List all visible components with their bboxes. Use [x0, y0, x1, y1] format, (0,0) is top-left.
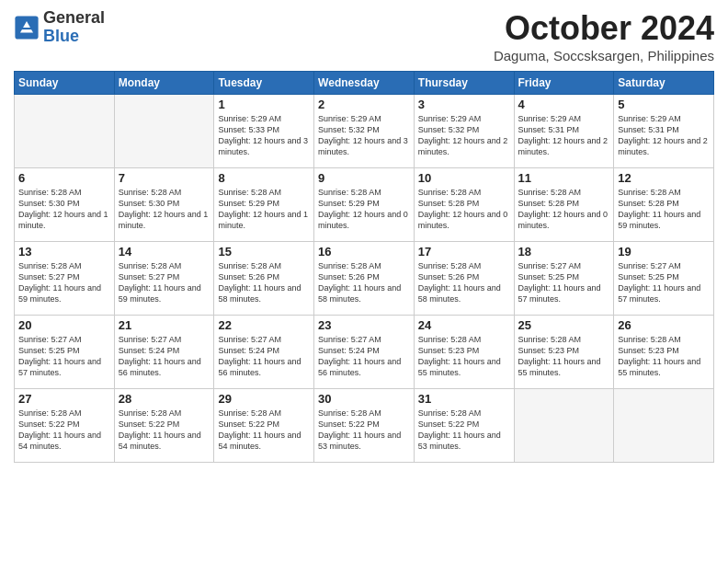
- day-number: 8: [218, 171, 310, 185]
- calendar-day-cell: [514, 389, 614, 463]
- day-number: 13: [18, 245, 110, 259]
- day-number: 19: [618, 245, 710, 259]
- day-number: 29: [218, 392, 310, 406]
- calendar-day-cell: 7Sunrise: 5:28 AMSunset: 5:30 PMDaylight…: [114, 168, 214, 242]
- calendar-week-row: 6Sunrise: 5:28 AMSunset: 5:30 PMDaylight…: [15, 168, 714, 242]
- calendar-day-cell: 1Sunrise: 5:29 AMSunset: 5:33 PMDaylight…: [214, 95, 314, 168]
- calendar-day-cell: 25Sunrise: 5:28 AMSunset: 5:23 PMDayligh…: [514, 316, 614, 389]
- calendar-day-cell: 28Sunrise: 5:28 AMSunset: 5:22 PMDayligh…: [114, 389, 214, 463]
- logo-blue: Blue: [43, 28, 105, 46]
- calendar-day-cell: 27Sunrise: 5:28 AMSunset: 5:22 PMDayligh…: [15, 389, 115, 463]
- page-header: General Blue October 2024 Daguma, Soccsk…: [14, 9, 714, 63]
- day-number: 20: [18, 318, 110, 332]
- day-number: 26: [618, 318, 710, 332]
- calendar-table: SundayMondayTuesdayWednesdayThursdayFrid…: [14, 71, 714, 463]
- day-number: 11: [518, 171, 610, 185]
- cell-info: Sunrise: 5:28 AMSunset: 5:22 PMDaylight:…: [218, 408, 310, 453]
- day-number: 24: [418, 318, 510, 332]
- day-number: 4: [518, 98, 610, 111]
- day-number: 28: [119, 392, 210, 406]
- month-title: October 2024: [494, 9, 714, 48]
- day-number: 9: [318, 171, 410, 185]
- day-number: 14: [119, 245, 210, 259]
- day-number: 30: [318, 392, 410, 406]
- day-number: 23: [318, 318, 410, 332]
- day-number: 10: [418, 171, 510, 185]
- title-section: October 2024 Daguma, Soccsksargen, Phili…: [494, 9, 714, 63]
- cell-info: Sunrise: 5:27 AMSunset: 5:24 PMDaylight:…: [218, 334, 310, 379]
- calendar-day-cell: [114, 95, 214, 168]
- cell-info: Sunrise: 5:28 AMSunset: 5:23 PMDaylight:…: [418, 334, 510, 379]
- weekday-header: Thursday: [414, 72, 514, 95]
- weekday-header: Sunday: [15, 72, 115, 95]
- calendar-day-cell: 4Sunrise: 5:29 AMSunset: 5:31 PMDaylight…: [514, 95, 614, 168]
- logo-general: General: [43, 9, 105, 28]
- calendar-day-cell: 29Sunrise: 5:28 AMSunset: 5:22 PMDayligh…: [214, 389, 314, 463]
- day-number: 21: [119, 318, 210, 332]
- calendar-day-cell: 16Sunrise: 5:28 AMSunset: 5:26 PMDayligh…: [314, 242, 415, 316]
- cell-info: Sunrise: 5:28 AMSunset: 5:28 PMDaylight:…: [618, 187, 710, 232]
- cell-info: Sunrise: 5:28 AMSunset: 5:26 PMDaylight:…: [418, 260, 510, 305]
- calendar-day-cell: 2Sunrise: 5:29 AMSunset: 5:32 PMDaylight…: [314, 95, 415, 168]
- calendar-day-cell: 10Sunrise: 5:28 AMSunset: 5:28 PMDayligh…: [414, 168, 514, 242]
- location-title: Daguma, Soccsksargen, Philippines: [494, 48, 714, 63]
- day-number: 27: [18, 392, 110, 406]
- calendar-day-cell: 20Sunrise: 5:27 AMSunset: 5:25 PMDayligh…: [15, 316, 115, 389]
- day-number: 5: [618, 98, 710, 111]
- cell-info: Sunrise: 5:28 AMSunset: 5:28 PMDaylight:…: [418, 187, 510, 232]
- cell-info: Sunrise: 5:27 AMSunset: 5:25 PMDaylight:…: [18, 334, 110, 379]
- calendar-day-cell: [15, 95, 115, 168]
- cell-info: Sunrise: 5:29 AMSunset: 5:32 PMDaylight:…: [418, 113, 510, 158]
- cell-info: Sunrise: 5:28 AMSunset: 5:26 PMDaylight:…: [318, 260, 410, 305]
- calendar-week-row: 1Sunrise: 5:29 AMSunset: 5:33 PMDaylight…: [15, 95, 714, 168]
- calendar-day-cell: 14Sunrise: 5:28 AMSunset: 5:27 PMDayligh…: [114, 242, 214, 316]
- logo: General Blue: [14, 9, 105, 46]
- calendar-day-cell: 19Sunrise: 5:27 AMSunset: 5:25 PMDayligh…: [614, 242, 714, 316]
- logo-text: General Blue: [43, 9, 105, 46]
- cell-info: Sunrise: 5:29 AMSunset: 5:31 PMDaylight:…: [618, 113, 710, 158]
- calendar-week-row: 13Sunrise: 5:28 AMSunset: 5:27 PMDayligh…: [15, 242, 714, 316]
- cell-info: Sunrise: 5:28 AMSunset: 5:23 PMDaylight:…: [518, 334, 610, 379]
- weekday-header: Wednesday: [314, 72, 415, 95]
- day-number: 3: [418, 98, 510, 111]
- logo-icon: [14, 15, 40, 40]
- cell-info: Sunrise: 5:28 AMSunset: 5:27 PMDaylight:…: [119, 260, 210, 305]
- calendar-day-cell: 3Sunrise: 5:29 AMSunset: 5:32 PMDaylight…: [414, 95, 514, 168]
- cell-info: Sunrise: 5:28 AMSunset: 5:27 PMDaylight:…: [18, 260, 110, 305]
- calendar-day-cell: 12Sunrise: 5:28 AMSunset: 5:28 PMDayligh…: [614, 168, 714, 242]
- calendar-day-cell: 18Sunrise: 5:27 AMSunset: 5:25 PMDayligh…: [514, 242, 614, 316]
- calendar-day-cell: 11Sunrise: 5:28 AMSunset: 5:28 PMDayligh…: [514, 168, 614, 242]
- day-number: 17: [418, 245, 510, 259]
- cell-info: Sunrise: 5:29 AMSunset: 5:32 PMDaylight:…: [318, 113, 410, 158]
- day-number: 7: [119, 171, 210, 185]
- cell-info: Sunrise: 5:27 AMSunset: 5:25 PMDaylight:…: [618, 260, 710, 305]
- day-number: 31: [418, 392, 510, 406]
- day-number: 15: [218, 245, 310, 259]
- day-number: 12: [618, 171, 710, 185]
- calendar-week-row: 20Sunrise: 5:27 AMSunset: 5:25 PMDayligh…: [15, 316, 714, 389]
- day-number: 2: [318, 98, 410, 111]
- cell-info: Sunrise: 5:29 AMSunset: 5:31 PMDaylight:…: [518, 113, 610, 158]
- calendar-day-cell: 24Sunrise: 5:28 AMSunset: 5:23 PMDayligh…: [414, 316, 514, 389]
- day-number: 16: [318, 245, 410, 259]
- cell-info: Sunrise: 5:28 AMSunset: 5:29 PMDaylight:…: [218, 187, 310, 232]
- calendar-day-cell: 30Sunrise: 5:28 AMSunset: 5:22 PMDayligh…: [314, 389, 415, 463]
- cell-info: Sunrise: 5:27 AMSunset: 5:24 PMDaylight:…: [119, 334, 210, 379]
- day-number: 22: [218, 318, 310, 332]
- weekday-header: Monday: [114, 72, 214, 95]
- cell-info: Sunrise: 5:29 AMSunset: 5:33 PMDaylight:…: [218, 113, 310, 158]
- calendar-day-cell: 6Sunrise: 5:28 AMSunset: 5:30 PMDaylight…: [15, 168, 115, 242]
- cell-info: Sunrise: 5:28 AMSunset: 5:22 PMDaylight:…: [318, 408, 410, 453]
- calendar-day-cell: 8Sunrise: 5:28 AMSunset: 5:29 PMDaylight…: [214, 168, 314, 242]
- calendar-day-cell: 23Sunrise: 5:27 AMSunset: 5:24 PMDayligh…: [314, 316, 415, 389]
- calendar-week-row: 27Sunrise: 5:28 AMSunset: 5:22 PMDayligh…: [15, 389, 714, 463]
- calendar-day-cell: 9Sunrise: 5:28 AMSunset: 5:29 PMDaylight…: [314, 168, 415, 242]
- weekday-header: Tuesday: [214, 72, 314, 95]
- calendar-day-cell: 21Sunrise: 5:27 AMSunset: 5:24 PMDayligh…: [114, 316, 214, 389]
- cell-info: Sunrise: 5:28 AMSunset: 5:22 PMDaylight:…: [119, 408, 210, 453]
- weekday-header: Friday: [514, 72, 614, 95]
- cell-info: Sunrise: 5:27 AMSunset: 5:25 PMDaylight:…: [518, 260, 610, 305]
- cell-info: Sunrise: 5:28 AMSunset: 5:30 PMDaylight:…: [119, 187, 210, 232]
- svg-rect-2: [20, 28, 33, 29]
- calendar-day-cell: 15Sunrise: 5:28 AMSunset: 5:26 PMDayligh…: [214, 242, 314, 316]
